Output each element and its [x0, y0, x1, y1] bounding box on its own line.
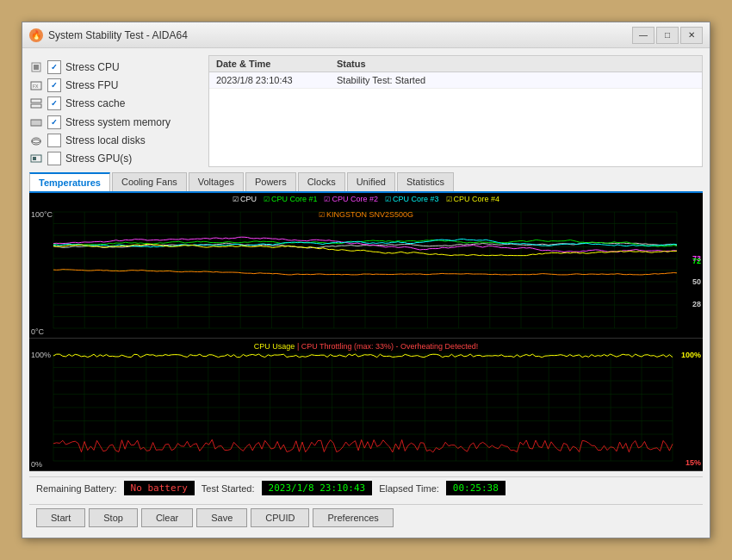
minimize-button[interactable]: —: [632, 27, 654, 44]
cpu-value-15: 15%: [685, 458, 701, 467]
cpu-y-bottom: 0%: [31, 460, 42, 469]
app-icon: 🔥: [29, 28, 43, 42]
temp-y-top: 100°C: [31, 210, 53, 219]
log-row: 2023/1/8 23:10:43 Stability Test: Starte…: [209, 72, 702, 89]
cpu-throttle-label: CPU Usage | CPU Throttling (max: 33%) - …: [254, 342, 478, 351]
stress-cache-row: Stress cache: [29, 96, 202, 112]
log-status: Stability Test: Started: [333, 74, 429, 86]
log-panel: Date & Time Status 2023/1/8 23:10:43 Sta…: [208, 55, 703, 167]
tab-statistics[interactable]: Statistics: [397, 172, 454, 191]
stress-cpu-row: Stress CPU: [29, 59, 202, 75]
svg-rect-4: [31, 99, 41, 103]
tab-cooling-fans[interactable]: Cooling Fans: [112, 172, 187, 191]
maximize-button[interactable]: □: [656, 27, 679, 44]
cpu-usage-chart: CPU Usage | CPU Throttling (max: 33%) - …: [29, 339, 703, 471]
window-title: System Stability Test - AIDA64: [48, 29, 632, 41]
stress-gpu-label: Stress GPU(s): [65, 152, 132, 165]
log-header-status: Status: [333, 58, 369, 70]
svg-text:FX: FX: [33, 84, 39, 89]
test-started-label: Test Started:: [202, 483, 255, 494]
main-window: 🔥 System Stability Test - AIDA64 — □ ✕ S…: [22, 22, 710, 538]
tab-voltages[interactable]: Voltages: [189, 172, 244, 191]
stress-cache-label: Stress cache: [65, 97, 125, 109]
title-bar: 🔥 System Stability Test - AIDA64 — □ ✕: [22, 22, 710, 48]
window-controls: — □ ✕: [632, 27, 703, 44]
stress-fpu-row: FX Stress FPU: [29, 77, 202, 93]
stress-memory-checkbox[interactable]: [47, 115, 61, 129]
log-header-datetime: Date & Time: [213, 58, 333, 70]
log-header: Date & Time Status: [209, 56, 702, 72]
stress-cpu-label: Stress CPU: [65, 61, 120, 73]
cpuid-button[interactable]: CPUID: [251, 508, 309, 527]
temp-chart-legend: ☑ CPU ☑ CPU Core #1 ☑ CPU Core #2 ☑: [198, 195, 535, 219]
cpu-icon: [29, 60, 43, 74]
log-datetime: 2023/1/8 23:10:43: [213, 74, 333, 86]
battery-value: No battery: [124, 481, 195, 495]
stress-cpu-checkbox[interactable]: [47, 60, 61, 74]
clear-button[interactable]: Clear: [141, 508, 193, 527]
svg-rect-17: [33, 157, 36, 160]
tab-powers[interactable]: Powers: [245, 172, 296, 191]
stress-fpu-label: Stress FPU: [65, 79, 118, 91]
stress-disks-checkbox[interactable]: [47, 134, 61, 147]
preferences-button[interactable]: Preferences: [313, 508, 393, 527]
tab-bar: Temperatures Cooling Fans Voltages Power…: [29, 172, 703, 193]
close-button[interactable]: ✕: [680, 27, 703, 44]
start-button[interactable]: Start: [36, 508, 85, 527]
stress-memory-label: Stress system memory: [65, 116, 171, 128]
stress-options-panel: Stress CPU FX Stress FPU Stress cache: [29, 55, 202, 167]
legend-cpu-core1: ☑ CPU Core #1: [264, 195, 318, 203]
legend-cpu-core4: ☑ CPU Core #4: [446, 195, 500, 203]
cpu-y-top: 100%: [31, 351, 51, 359]
temperature-chart: ☑ CPU ☑ CPU Core #1 ☑ CPU Core #2 ☑: [29, 193, 703, 339]
cpu-value-100: 100%: [681, 351, 701, 359]
svg-rect-1: [34, 65, 39, 70]
tab-clocks[interactable]: Clocks: [298, 172, 345, 191]
elapsed-value: 00:25:38: [446, 481, 506, 495]
legend-cpu-core2: ☑ CPU Core #2: [324, 195, 378, 203]
legend-cpu: ☑ CPU: [233, 195, 257, 203]
stress-cache-checkbox[interactable]: [47, 96, 61, 110]
temp-value-28: 28: [692, 300, 701, 308]
temp-value-72: 72: [692, 257, 701, 265]
stop-button[interactable]: Stop: [89, 508, 138, 527]
stress-fpu-checkbox[interactable]: [47, 78, 61, 92]
temp-value-50: 50: [692, 277, 701, 286]
stress-memory-row: Stress system memory: [29, 114, 202, 130]
tab-temperatures[interactable]: Temperatures: [29, 172, 110, 191]
memory-icon: [29, 115, 43, 129]
bottom-info-bar: Remaining Battery: No battery Test Start…: [29, 476, 703, 499]
stress-disks-label: Stress local disks: [65, 134, 146, 146]
tab-unified[interactable]: Unified: [347, 172, 395, 191]
temp-y-bottom: 0°C: [31, 327, 44, 336]
tabs-section: Temperatures Cooling Fans Voltages Power…: [29, 172, 703, 471]
main-content: Stress CPU FX Stress FPU Stress cache: [22, 48, 710, 538]
battery-label: Remaining Battery:: [36, 483, 117, 494]
button-bar: Start Stop Clear Save CPUID Preferences: [29, 504, 703, 531]
stress-gpu-row: Stress GPU(s): [29, 151, 202, 167]
stress-gpu-checkbox[interactable]: [47, 152, 61, 165]
stress-disks-row: Stress local disks: [29, 132, 202, 148]
charts-area: ☑ CPU ☑ CPU Core #1 ☑ CPU Core #2 ☑: [29, 193, 703, 471]
gpu-icon: [29, 152, 43, 165]
svg-rect-5: [31, 104, 41, 108]
cache-icon: [29, 96, 43, 110]
fpu-icon: FX: [29, 78, 43, 92]
test-started-value: 2023/1/8 23:10:43: [262, 481, 373, 495]
legend-cpu-core3: ☑ CPU Core #3: [385, 195, 439, 203]
elapsed-label: Elapsed Time:: [379, 483, 439, 494]
cpu-chart-canvas: [29, 339, 703, 471]
save-button[interactable]: Save: [196, 508, 247, 527]
disk-icon: [29, 134, 43, 147]
legend-kingston: ☑ KINGSTON SNV2S500G: [319, 210, 413, 219]
top-section: Stress CPU FX Stress FPU Stress cache: [29, 55, 703, 167]
